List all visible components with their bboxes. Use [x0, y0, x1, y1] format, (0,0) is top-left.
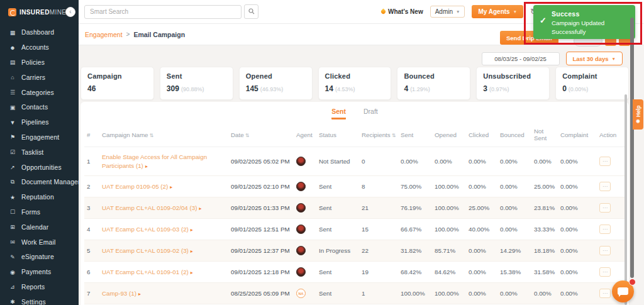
row-actions-button[interactable]: ⋯	[599, 289, 611, 298]
my-agents-button[interactable]: My Agents▼	[472, 5, 523, 18]
expand-arrow-icon[interactable]: ▸	[199, 206, 201, 211]
reports-icon: ⊿	[9, 284, 16, 290]
cell-recipients: 22	[359, 240, 398, 262]
stat-value-line: 145(46.93%)	[246, 82, 306, 94]
sidebar-item-label: Carriers	[21, 74, 45, 81]
agent-cell	[294, 240, 316, 262]
cell-clicked: 25.00%	[466, 197, 497, 219]
search-button[interactable]	[244, 4, 258, 19]
cell-clicked: 0.00%	[466, 262, 497, 283]
campaign-name-link[interactable]: Enable Stage Access for All Campaign Par…	[102, 153, 207, 169]
campaign-name-link[interactable]: UAT Ecamp 0109-05 (2)	[102, 183, 168, 190]
sidebar-item-settings[interactable]: ✱Settings	[0, 294, 79, 305]
sidebar-item-pipelines[interactable]: ▼Pipelines	[0, 115, 79, 130]
stat-value: 145	[246, 84, 258, 93]
campaign-name-link[interactable]: UAT Ecamp CL+AL 0109-03 (2)	[102, 226, 189, 233]
chat-widget-button[interactable]	[612, 280, 634, 302]
sidebar-item-reputation[interactable]: ★Reputation	[0, 190, 79, 205]
expand-arrow-icon[interactable]: ▸	[191, 227, 193, 233]
admin-dropdown[interactable]: Admin▼	[430, 6, 465, 18]
campaign-name-link[interactable]: Camp-93 (1)	[102, 290, 136, 297]
row-actions-button[interactable]: ⋯	[599, 157, 611, 166]
search-input[interactable]	[84, 5, 242, 19]
sidebar-item-carriers[interactable]: ⌂Carriers	[0, 70, 79, 85]
row-actions-button[interactable]: ⋯	[599, 225, 611, 234]
stat-label: Unsubscribed	[483, 72, 543, 80]
cell-bounced: 0.00%	[497, 147, 531, 176]
page-scrollbar[interactable]	[630, 18, 634, 278]
column-header-label: Action	[599, 131, 616, 138]
stat-label: Campaign	[87, 72, 147, 80]
cell-clicked: 40.00%	[466, 219, 497, 240]
cell-opened: 84.62%	[432, 262, 466, 283]
sidebar-item-tasklist[interactable]: ☑Tasklist	[0, 145, 79, 160]
sidebar-collapse-button[interactable]: ‹	[65, 7, 75, 17]
stat-card-sent: Sent309(90.88%)	[160, 67, 233, 100]
table-scrollbar[interactable]	[625, 94, 627, 305]
sort-icon[interactable]: ⇅	[150, 133, 154, 138]
sidebar-item-payments[interactable]: ◉Payments	[0, 265, 79, 280]
whats-new-link[interactable]: What's New	[381, 8, 423, 15]
row-actions-button[interactable]: ⋯	[599, 246, 611, 255]
campaign-name-link[interactable]: UAT Ecamp CL+AL 0109-02 (3)	[102, 247, 189, 254]
sidebar-item-calendar[interactable]: ⊞Calendar	[0, 219, 79, 235]
campaign-name-link[interactable]: UAT Ecamp CL+AL 0109-01 (2)	[102, 269, 189, 275]
brand-logo-icon	[8, 8, 16, 16]
search-icon	[248, 7, 255, 16]
stat-value-line: 0(0.00%)	[562, 82, 622, 94]
agent-avatar	[296, 225, 306, 234]
tab-draft[interactable]: Draft	[364, 108, 378, 119]
sidebar-item-label: Accounts	[21, 44, 49, 51]
expand-arrow-icon[interactable]: ▸	[191, 248, 193, 254]
status-value: Sent	[316, 283, 359, 304]
campaign-date: 09/02/2025 05:02 PM	[228, 147, 294, 176]
sidebar-item-work-email[interactable]: ✉Work Email	[0, 235, 79, 250]
sidebar-item-accounts[interactable]: ☻Accounts	[0, 40, 79, 55]
sort-icon[interactable]: ⇅	[392, 133, 396, 138]
sidebar-item-contacts[interactable]: ▣Contacts	[0, 100, 79, 115]
column-header-recipients[interactable]: Recipients⇅	[359, 122, 398, 147]
sidebar-item-forms[interactable]: ☐Forms	[0, 205, 79, 220]
expand-arrow-icon[interactable]: ▸	[170, 184, 172, 190]
sidebar-item-opportunities[interactable]: ↗Opportunities	[0, 160, 79, 175]
expand-arrow-icon[interactable]: ▸	[145, 164, 148, 169]
accounts-icon: ☻	[9, 45, 16, 51]
campaign-table: #Campaign Name⇅Date⇅AgentStatusRecipient…	[84, 122, 625, 305]
cell-not_sent: 23.81%	[531, 197, 558, 219]
column-header-label: Bounced	[500, 131, 525, 138]
date-preset-dropdown[interactable]: Last 30 days▼	[566, 52, 623, 65]
sidebar-item-esignature[interactable]: ✎eSignature	[0, 250, 79, 265]
row-actions-button[interactable]: ⋯	[599, 203, 611, 213]
campaign-name-link[interactable]: UAT Ecamp CL+AL 0109-02/04 (3)	[102, 204, 197, 211]
column-header-date[interactable]: Date⇅	[228, 122, 294, 147]
cell-sent: 76.19%	[398, 197, 432, 219]
sort-icon[interactable]: ⇅	[245, 133, 250, 138]
column-header-clicked: Clicked	[466, 122, 497, 147]
row-actions-button[interactable]: ⋯	[599, 182, 611, 191]
sidebar-item-label: Engagement	[21, 134, 59, 141]
table-row: 7Camp-93 (1)▸08/25/2025 05:09 PMNASent11…	[84, 283, 625, 304]
cell-not_sent: 33.33%	[531, 219, 558, 240]
expand-arrow-icon[interactable]: ▸	[191, 270, 193, 275]
sidebar-item-dashboard[interactable]: ▦Dashboard	[0, 25, 79, 40]
cell-clicked: 0.00%	[466, 240, 497, 262]
calendar-icon: ⊞	[9, 224, 16, 230]
cell-clicked: 0.00%	[466, 283, 497, 304]
sidebar-item-policies[interactable]: ▤Policies	[0, 55, 79, 70]
sidebar-item-document-manager[interactable]: ⧉Document Manager	[0, 175, 79, 190]
sidebar-item-engagement[interactable]: ⚑Engagement	[0, 130, 79, 145]
column-header-campaign-name[interactable]: Campaign Name⇅	[99, 122, 228, 147]
help-tab[interactable]: ◉ Help	[633, 99, 643, 130]
sidebar-item-categories[interactable]: ☰Categories	[0, 85, 79, 100]
stat-value-line: 4(1.29%)	[404, 82, 464, 94]
breadcrumb-engagement[interactable]: Engagement	[85, 31, 123, 38]
forms-icon: ☐	[9, 209, 16, 215]
date-range-input[interactable]	[482, 52, 560, 65]
toast-message: Campaign Updated Successfully	[552, 19, 630, 36]
sidebar-item-reports[interactable]: ⊿Reports	[0, 280, 79, 295]
tab-sent[interactable]: Sent	[331, 108, 346, 119]
sidebar-item-label: Tasklist	[21, 149, 43, 156]
dashboard-icon: ▦	[9, 30, 16, 36]
expand-arrow-icon[interactable]: ▸	[138, 291, 141, 297]
row-actions-button[interactable]: ⋯	[599, 267, 611, 277]
